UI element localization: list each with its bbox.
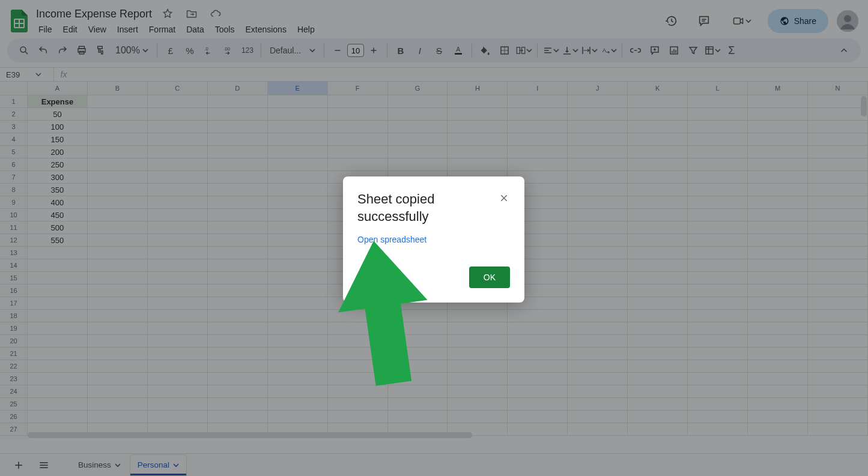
copy-success-dialog: Sheet copied successfully Open spreadshe… <box>343 176 524 303</box>
close-icon[interactable] <box>496 190 512 206</box>
open-spreadsheet-link[interactable]: Open spreadsheet <box>357 235 426 244</box>
dialog-title: Sheet copied successfully <box>357 191 510 225</box>
ok-button[interactable]: OK <box>469 267 510 288</box>
